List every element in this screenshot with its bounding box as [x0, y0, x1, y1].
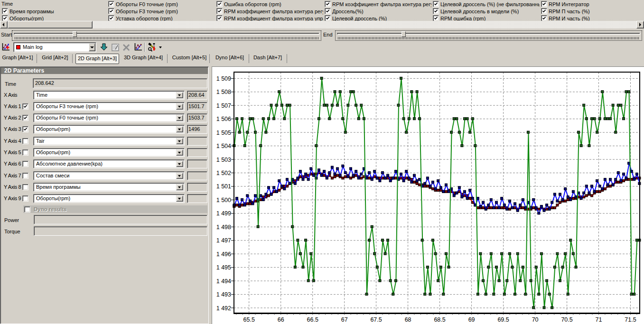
svg-text:1 506: 1 506: [216, 116, 231, 122]
svg-text:1 497: 1 497: [216, 237, 231, 244]
svg-text:1 495: 1 495: [216, 264, 231, 271]
svg-text:1 507: 1 507: [216, 102, 231, 109]
svg-text:1 501: 1 501: [216, 183, 231, 190]
svg-text:67: 67: [341, 316, 348, 323]
svg-text:1 494: 1 494: [216, 278, 231, 285]
svg-text:67.5: 67.5: [370, 316, 382, 323]
svg-text:1 492: 1 492: [216, 305, 231, 312]
svg-text:65.5: 65.5: [243, 316, 255, 323]
svg-text:66.5: 66.5: [307, 316, 318, 323]
svg-text:66: 66: [278, 316, 284, 323]
svg-text:71: 71: [596, 316, 602, 323]
svg-text:1 503: 1 503: [216, 157, 231, 163]
svg-text:1 509: 1 509: [216, 75, 231, 82]
svg-text:69: 69: [468, 316, 475, 323]
svg-text:69.5: 69.5: [497, 316, 509, 323]
svg-text:1 499: 1 499: [216, 210, 231, 217]
svg-text:1 502: 1 502: [216, 170, 231, 176]
svg-text:68: 68: [405, 316, 411, 323]
svg-text:1 504: 1 504: [216, 143, 231, 149]
svg-text:1 498: 1 498: [216, 224, 231, 231]
svg-text:1 508: 1 508: [216, 89, 231, 95]
svg-text:1 496: 1 496: [216, 251, 231, 258]
svg-text:68.5: 68.5: [434, 316, 445, 323]
svg-text:1 500: 1 500: [216, 197, 231, 204]
svg-text:70.5: 70.5: [561, 316, 572, 323]
svg-text:71.5: 71.5: [625, 316, 636, 323]
svg-text:70: 70: [532, 316, 539, 323]
svg-text:1 505: 1 505: [216, 130, 231, 136]
svg-text:1 493: 1 493: [216, 291, 231, 298]
